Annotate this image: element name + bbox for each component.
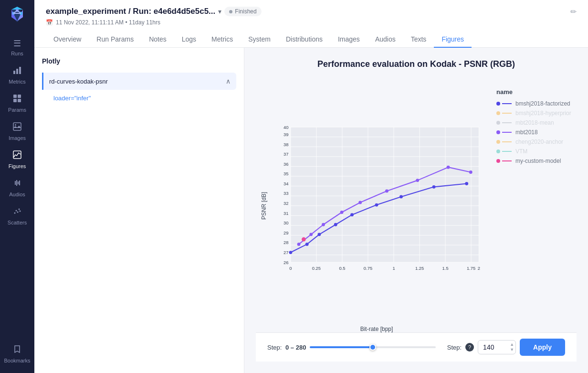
legend-item-6: my-custom-model bbox=[496, 158, 577, 164]
svg-point-77 bbox=[289, 251, 292, 254]
chart-legend: name bmshj2018-factorized bmshj bbox=[491, 79, 577, 332]
svg-text:1.25: 1.25 bbox=[415, 266, 424, 271]
legend-line-2 bbox=[502, 122, 512, 123]
tab-logs[interactable]: Logs bbox=[174, 32, 204, 48]
svg-text:33: 33 bbox=[284, 191, 288, 196]
sidebar-item-label: Bookmarks bbox=[4, 358, 30, 363]
main-content: example_experiment / Run: e4e6d4d5e5c5..… bbox=[34, 0, 588, 373]
sidebar-item-runs[interactable]: ☰ Runs bbox=[3, 34, 32, 60]
svg-text:0: 0 bbox=[289, 266, 292, 271]
step-text: Step: bbox=[267, 344, 282, 351]
svg-point-89 bbox=[340, 211, 344, 214]
svg-point-78 bbox=[305, 243, 309, 246]
slider-thumb[interactable] bbox=[369, 344, 376, 351]
sidebar-item-bookmarks[interactable]: Bookmarks bbox=[3, 341, 32, 367]
legend-color-3 bbox=[496, 130, 500, 134]
svg-text:1.5: 1.5 bbox=[442, 266, 449, 271]
step-arrows: ▲ ▼ bbox=[510, 342, 514, 352]
legend-label-3: mbt2018 bbox=[515, 129, 538, 136]
images-icon bbox=[13, 122, 21, 133]
status-dot-icon bbox=[229, 10, 232, 13]
svg-text:39: 39 bbox=[284, 132, 288, 137]
svg-point-25 bbox=[19, 209, 20, 210]
svg-text:37: 37 bbox=[284, 151, 288, 157]
svg-rect-7 bbox=[13, 71, 15, 74]
tab-figures[interactable]: Figures bbox=[434, 32, 472, 48]
svg-point-80 bbox=[334, 223, 337, 226]
breadcrumb-title: example_experiment / Run: e4e6d4d5e5c5..… bbox=[46, 7, 215, 16]
edit-icon[interactable]: ✏ bbox=[570, 7, 577, 16]
legend-label-5: VTM bbox=[515, 148, 527, 155]
sidebar-item-images[interactable]: Images bbox=[3, 118, 32, 145]
slider-track bbox=[310, 346, 435, 348]
figures-icon bbox=[13, 150, 21, 161]
tab-audios[interactable]: Audios bbox=[368, 32, 403, 48]
tab-overview[interactable]: Overview bbox=[46, 32, 89, 48]
status-badge: Finished bbox=[224, 7, 261, 16]
logo[interactable] bbox=[8, 6, 27, 25]
panel-title: Plotly bbox=[42, 57, 236, 65]
apply-button[interactable]: Apply bbox=[520, 339, 565, 356]
tabs: Overview Run Params Notes Logs Metrics S… bbox=[46, 32, 577, 47]
svg-text:38: 38 bbox=[284, 142, 288, 147]
svg-point-24 bbox=[17, 212, 19, 213]
svg-point-92 bbox=[416, 179, 419, 182]
dropdown-arrow-icon[interactable]: ▾ bbox=[218, 8, 221, 15]
legend-item-4: cheng2020-anchor bbox=[496, 139, 577, 145]
step-label-right: Step: bbox=[447, 344, 462, 351]
svg-rect-8 bbox=[16, 69, 18, 74]
step-up-arrow[interactable]: ▲ bbox=[510, 342, 514, 347]
svg-point-82 bbox=[375, 203, 378, 207]
sidebar: ☰ Runs Metrics Params Images Figures Aud… bbox=[0, 0, 34, 373]
chart-title: Performance evaluation on Kodak - PSNR (… bbox=[256, 59, 577, 69]
svg-text:0.5: 0.5 bbox=[339, 266, 345, 271]
legend-color-2 bbox=[496, 121, 500, 125]
legend-item-1: bmshj2018-hyperprior bbox=[496, 110, 577, 117]
tab-images[interactable]: Images bbox=[330, 32, 368, 48]
svg-point-93 bbox=[447, 166, 450, 169]
sidebar-item-label: Images bbox=[9, 135, 26, 141]
svg-point-94 bbox=[469, 171, 472, 174]
sidebar-item-params[interactable]: Params bbox=[3, 90, 32, 117]
svg-text:31: 31 bbox=[284, 211, 288, 216]
legend-label-6: my-custom-model bbox=[515, 158, 561, 164]
y-axis-label: PSNR [dB] bbox=[256, 79, 270, 332]
svg-text:2: 2 bbox=[478, 266, 480, 271]
svg-rect-27 bbox=[291, 127, 479, 262]
runs-icon: ☰ bbox=[13, 38, 21, 49]
step-left: Step: 0 – 280 bbox=[267, 344, 436, 351]
tab-distributions[interactable]: Distributions bbox=[278, 32, 330, 48]
chart-svg: 26 27 28 29 30 31 32 33 34 bbox=[270, 79, 483, 323]
breadcrumb: example_experiment / Run: e4e6d4d5e5c5..… bbox=[46, 7, 262, 16]
calendar-icon: 📅 bbox=[46, 19, 53, 26]
sidebar-item-figures[interactable]: Figures bbox=[3, 147, 32, 173]
sidebar-item-scatters[interactable]: Scatters bbox=[3, 203, 32, 229]
bookmarks-icon bbox=[13, 345, 21, 356]
tab-notes[interactable]: Notes bbox=[141, 32, 174, 48]
tab-texts[interactable]: Texts bbox=[403, 32, 434, 48]
svg-point-88 bbox=[322, 223, 325, 226]
legend-item-3: mbt2018 bbox=[496, 129, 577, 136]
svg-point-87 bbox=[309, 233, 313, 236]
tree-item-rd-curves[interactable]: rd-curves-kodak-psnr ∧ bbox=[42, 73, 236, 90]
sidebar-item-audios[interactable]: Audios bbox=[3, 175, 32, 201]
slider-fill bbox=[310, 346, 373, 348]
svg-text:2.25: 2.25 bbox=[483, 266, 483, 271]
legend-line-4 bbox=[502, 141, 512, 142]
svg-point-91 bbox=[385, 189, 388, 192]
tab-metrics[interactable]: Metrics bbox=[204, 32, 241, 48]
help-icon[interactable]: ? bbox=[465, 343, 474, 352]
chart-container: PSNR [dB] bbox=[256, 79, 577, 332]
tree-child-loader[interactable]: loader="infer" bbox=[42, 91, 236, 106]
svg-text:1: 1 bbox=[392, 266, 395, 271]
sidebar-item-label: Metrics bbox=[9, 79, 25, 85]
header-meta: 📅 11 Nov 2022, 11:11:11 AM • 11day 11hrs bbox=[46, 19, 577, 26]
legend-color-0 bbox=[496, 102, 500, 106]
tab-system[interactable]: System bbox=[241, 32, 278, 48]
svg-point-84 bbox=[432, 185, 436, 189]
step-down-arrow[interactable]: ▼ bbox=[510, 347, 514, 352]
tab-run-params[interactable]: Run Params bbox=[89, 32, 141, 48]
sidebar-item-metrics[interactable]: Metrics bbox=[3, 62, 32, 88]
legend-label-1: bmshj2018-hyperprior bbox=[515, 110, 571, 117]
step-label-left: Step: 0 – 280 bbox=[267, 344, 306, 351]
